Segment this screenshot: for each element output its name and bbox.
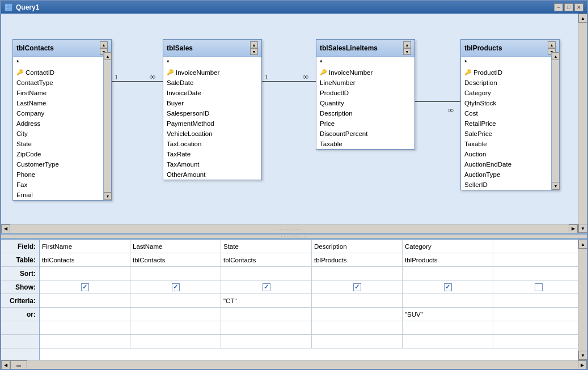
splitter[interactable]: ·········	[1, 234, 587, 239]
scroll-down-grid[interactable]: ▼	[578, 351, 587, 360]
scroll-down-tblsales[interactable]: ▼	[250, 48, 258, 55]
scroll-up[interactable]: ▲	[104, 52, 112, 60]
scroll-up-tblcontacts[interactable]: ▲	[100, 41, 108, 48]
grid-cell-or-2[interactable]	[221, 308, 312, 321]
table-row: OtherAmount	[163, 169, 261, 180]
grid-cell-or-1[interactable]	[130, 308, 221, 321]
show-checkbox-4[interactable]	[444, 283, 452, 291]
table-vscroll-tblproducts[interactable]: ▲ ▼	[551, 52, 559, 190]
row-label-field: Field:	[1, 240, 39, 253]
grid-cell-sort-2[interactable]	[221, 267, 312, 280]
grid-cell-field-1[interactable]: LastName	[130, 240, 221, 253]
scroll-down[interactable]: ▼	[104, 192, 112, 200]
grid-cell-or-4[interactable]: "SUV"	[403, 308, 493, 321]
grid-cell-or-3[interactable]	[312, 308, 403, 321]
maximize-button[interactable]: □	[564, 3, 573, 11]
grid-cell-show-4[interactable]	[403, 280, 493, 294]
svg-text:1: 1	[115, 73, 118, 81]
table-row: Fax	[13, 180, 111, 190]
grid-cell-sort-5[interactable]	[493, 267, 578, 280]
scroll-down[interactable]: ▼	[552, 182, 560, 190]
query-grid: Field: Table: Sort: Show: Criteria: or: …	[1, 239, 587, 369]
grid-cell-extra2-4[interactable]	[403, 335, 493, 348]
grid-cell-extra2-2[interactable]	[221, 335, 312, 348]
grid-cell-extra2-3[interactable]	[312, 335, 403, 348]
grid-cell-field-5[interactable]	[493, 240, 578, 253]
grid-cell-extra1-4[interactable]	[403, 321, 493, 334]
table-row: CustomerType	[13, 159, 111, 169]
grid-cell-table-0[interactable]: tblContacts	[40, 253, 130, 266]
grid-cell-criteria-1[interactable]	[130, 294, 221, 307]
scroll-up-tblsaleslineitems[interactable]: ▲	[403, 41, 411, 48]
grid-cell-extra1-0[interactable]	[40, 321, 130, 334]
grid-cell-extra1-5[interactable]	[493, 321, 578, 334]
scroll-down-tblsaleslineitems[interactable]: ▼	[403, 48, 411, 55]
scroll-left-grid[interactable]: ◀	[1, 360, 10, 369]
grid-cell-table-4[interactable]: tblProducts	[403, 253, 493, 266]
show-checkbox-1[interactable]	[172, 283, 180, 291]
row-label-extra1	[1, 321, 39, 335]
grid-cell-table-3[interactable]: tblProducts	[312, 253, 403, 266]
grid-cell-sort-4[interactable]	[403, 267, 493, 280]
scroll-up-tblproducts[interactable]: ▲	[548, 41, 556, 48]
table-scroll-tblsaleslineitems[interactable]: ▲ ▼	[403, 41, 411, 55]
table-vscroll-tblcontacts[interactable]: ▲ ▼	[103, 52, 111, 200]
svg-text:∞: ∞	[303, 73, 308, 81]
grid-cell-extra2-1[interactable]	[130, 335, 221, 348]
grid-cell-field-3[interactable]: Description	[312, 240, 403, 253]
scroll-up[interactable]: ▲	[552, 52, 560, 60]
grid-cell-field-0[interactable]: FirstName	[40, 240, 130, 253]
grid-cell-table-5[interactable]	[493, 253, 578, 266]
grid-cell-sort-3[interactable]	[312, 267, 403, 280]
scroll-thumb-grid[interactable]: ▬	[10, 360, 27, 369]
grid-cell-show-2[interactable]	[221, 280, 312, 294]
grid-cell-show-1[interactable]	[130, 280, 221, 294]
grid-cell-extra1-1[interactable]	[130, 321, 221, 334]
grid-cell-criteria-4[interactable]	[403, 294, 493, 307]
scroll-right-diagram[interactable]: ▶	[569, 224, 578, 233]
table-row: Taxable	[316, 139, 414, 149]
grid-cell-or-5[interactable]	[493, 308, 578, 321]
grid-cell-sort-0[interactable]	[40, 267, 130, 280]
grid-cell-table-2[interactable]: tblContacts	[221, 253, 312, 266]
table-scroll-tblsales[interactable]: ▲ ▼	[250, 41, 258, 55]
show-checkbox-0[interactable]	[81, 283, 89, 291]
scroll-up-grid[interactable]: ▲	[578, 240, 587, 249]
svg-rect-3	[9, 7, 11, 10]
grid-cell-field-4[interactable]: Category	[403, 240, 493, 253]
grid-cell-table-1[interactable]: tblContacts	[130, 253, 221, 266]
row-labels: Field: Table: Sort: Show: Criteria: or:	[1, 240, 40, 360]
grid-cell-or-0[interactable]	[40, 308, 130, 321]
grid-cell-criteria-0[interactable]	[40, 294, 130, 307]
scroll-down-diagram[interactable]: ▼	[578, 224, 587, 233]
grid-cell-criteria-2[interactable]: "CT"	[221, 294, 312, 307]
grid-cell-criteria-5[interactable]	[493, 294, 578, 307]
grid-cell-criteria-3[interactable]	[312, 294, 403, 307]
show-checkbox-5[interactable]	[535, 283, 543, 291]
scroll-up-tblsales[interactable]: ▲	[250, 41, 258, 48]
grid-cell-sort-1[interactable]	[130, 267, 221, 280]
grid-cell-extra2-5[interactable]	[493, 335, 578, 348]
scroll-left-diagram[interactable]: ◀	[1, 224, 10, 233]
scroll-right-grid[interactable]: ▶	[578, 360, 587, 369]
grid-vscroll[interactable]: ▲ ▼	[578, 240, 587, 360]
grid-cell-extra2-0[interactable]	[40, 335, 130, 348]
grid-cell-show-5[interactable]	[493, 280, 578, 294]
diagram-vscroll[interactable]: ▲ ▼	[578, 14, 587, 233]
grid-row-sort	[40, 267, 578, 280]
grid-cell-show-0[interactable]	[40, 280, 130, 294]
grid-cell-extra1-2[interactable]	[221, 321, 312, 334]
table-row: Address	[13, 118, 111, 129]
scroll-up-diagram[interactable]: ▲	[578, 14, 587, 23]
table-row: AuctionEndDate	[461, 159, 559, 169]
grid-hscroll[interactable]: ◀ ▬ ▶	[1, 360, 587, 369]
show-checkbox-2[interactable]	[263, 283, 270, 291]
key-icon: 🔑	[167, 68, 174, 77]
grid-cell-extra1-3[interactable]	[312, 321, 403, 334]
minimize-button[interactable]: −	[554, 3, 563, 11]
close-button[interactable]: ✕	[574, 3, 583, 11]
diagram-hscroll[interactable]: ◀ ·········· ▶	[1, 224, 578, 233]
grid-cell-field-2[interactable]: State	[221, 240, 312, 253]
grid-cell-show-3[interactable]	[312, 280, 403, 294]
show-checkbox-3[interactable]	[353, 283, 361, 291]
